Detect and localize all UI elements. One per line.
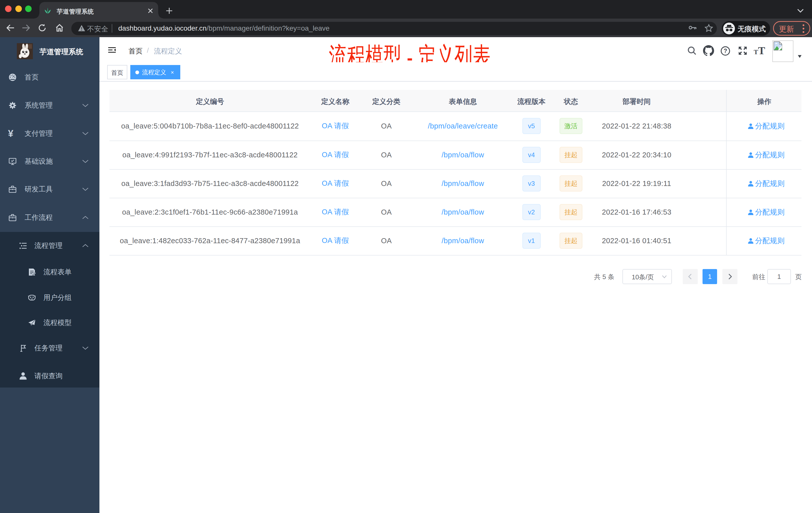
svg-text:?: ?: [724, 48, 727, 54]
